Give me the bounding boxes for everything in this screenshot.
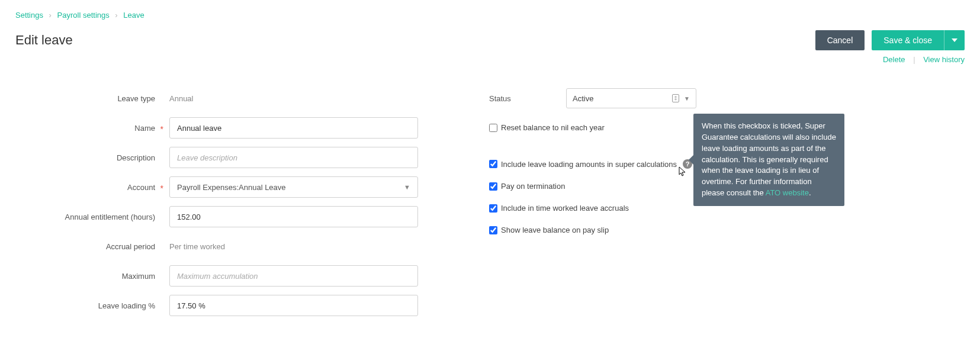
breadcrumb-settings[interactable]: Settings [15, 11, 43, 20]
include-super-label: Include leave loading amounts in super c… [501, 160, 677, 169]
save-dropdown-button[interactable] [944, 30, 965, 50]
save-button[interactable]: Save & close [872, 30, 944, 50]
caret-down-icon: ▼ [404, 184, 410, 191]
account-select-value: Payroll Expenses:Annual Leave [177, 183, 286, 192]
page-title: Edit leave [15, 33, 73, 48]
loading-label: Leave loading % [51, 301, 169, 310]
caret-down-icon [952, 38, 957, 42]
include-accruals-label: Include in time worked leave accruals [501, 204, 629, 213]
breadcrumb-leave[interactable]: Leave [123, 11, 144, 20]
entitlement-input[interactable] [169, 206, 418, 227]
show-balance-checkbox[interactable] [489, 226, 497, 234]
account-select[interactable]: Payroll Expenses:Annual Leave ▼ [169, 176, 418, 198]
name-input[interactable] [169, 117, 418, 139]
maximum-label: Maximum [51, 272, 169, 281]
tooltip-period: . [809, 188, 811, 197]
status-select-value: Active [573, 94, 593, 103]
accrual-label: Accrual period [51, 242, 169, 251]
cancel-button[interactable]: Cancel [815, 30, 865, 50]
leave-type-value: Annual [169, 94, 418, 103]
loading-input[interactable] [169, 295, 418, 316]
tooltip-link[interactable]: ATO website [766, 188, 809, 197]
chevron-right-icon: › [49, 11, 52, 20]
include-accruals-checkbox[interactable] [489, 204, 497, 213]
tooltip-text: When this checkbox is ticked, Super Guar… [702, 121, 836, 197]
description-label: Description [51, 153, 169, 162]
caret-down-icon: ▼ [684, 95, 690, 102]
tooltip: When this checkbox is ticked, Super Guar… [693, 114, 844, 206]
status-select[interactable]: Active ‡ ▼ [566, 88, 696, 108]
show-balance-label: Show leave balance on pay slip [501, 226, 609, 234]
pay-termination-checkbox[interactable] [489, 182, 497, 191]
leave-type-label: Leave type [51, 94, 169, 103]
status-label: Status [489, 94, 566, 103]
description-input[interactable] [169, 147, 418, 168]
divider: | [913, 55, 915, 64]
reset-balance-label: Reset balance to nil each year [501, 123, 605, 132]
account-label: Account [51, 183, 169, 192]
cursor-icon [679, 166, 687, 177]
entitlement-label: Annual entitlement (hours) [51, 213, 169, 221]
maximum-input[interactable] [169, 265, 418, 287]
breadcrumb: Settings › Payroll settings › Leave [15, 11, 965, 20]
pay-termination-label: Pay on termination [501, 182, 565, 191]
name-label: Name [51, 124, 169, 133]
accrual-value: Per time worked [169, 242, 418, 251]
include-super-checkbox[interactable] [489, 160, 497, 168]
chevron-right-icon: › [115, 11, 117, 20]
delete-link[interactable]: Delete [883, 55, 905, 64]
indicator-icon: ‡ [672, 94, 679, 102]
reset-balance-checkbox[interactable] [489, 124, 497, 132]
breadcrumb-payroll[interactable]: Payroll settings [57, 11, 110, 20]
view-history-link[interactable]: View history [923, 55, 965, 64]
